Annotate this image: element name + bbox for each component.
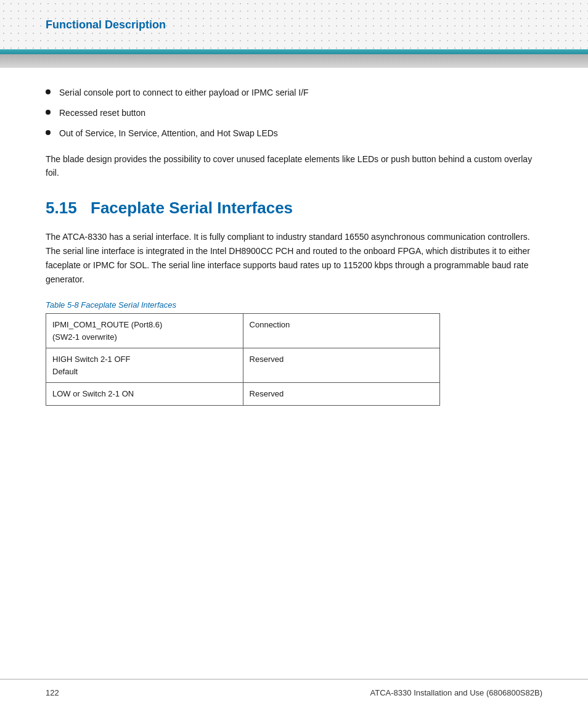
section-number: 5.15 (46, 199, 80, 218)
teal-bar (0, 49, 588, 54)
list-item: Serial console port to connect to either… (46, 86, 542, 99)
bullet-list: Serial console port to connect to either… (46, 86, 542, 140)
section-title: Faceplate Serial Interfaces (91, 199, 293, 218)
bullet-text: Out of Service, In Service, Attention, a… (59, 127, 278, 140)
intro-paragraph: The blade design provides the possibilit… (46, 152, 542, 180)
table-row: LOW or Switch 2-1 ON Reserved (46, 383, 440, 406)
table-row: IPMI_COM1_ROUTE (Port8.6) (SW2-1 overwri… (46, 314, 440, 348)
cell-text: IPMI_COM1_ROUTE (Port8.6) (52, 320, 162, 329)
table-row: HIGH Switch 2-1 OFF Default Reserved (46, 348, 440, 383)
list-item: Out of Service, In Service, Attention, a… (46, 127, 542, 140)
bullet-text: Serial console port to connect to either… (59, 86, 309, 99)
table-cell: Connection (243, 314, 439, 348)
cell-text: (SW2-1 overwrite) (52, 332, 117, 342)
table-caption: Table 5-8 Faceplate Serial Interfaces (46, 300, 542, 310)
cell-text: Default (52, 367, 78, 376)
section-body: The ATCA-8330 has a serial interface. It… (46, 230, 542, 287)
bullet-icon (46, 110, 51, 115)
bullet-icon (46, 89, 51, 94)
bullet-icon (46, 130, 51, 135)
table-cell: Reserved (243, 383, 439, 406)
document-title: ATCA-8330 Installation and Use (6806800S… (370, 688, 542, 697)
page-number: 122 (46, 688, 59, 697)
table-cell: LOW or Switch 2-1 ON (46, 383, 243, 406)
faceplate-table: IPMI_COM1_ROUTE (Port8.6) (SW2-1 overwri… (46, 313, 440, 406)
section-heading: 5.15 Faceplate Serial Interfaces (46, 199, 542, 218)
footer: 122 ATCA-8330 Installation and Use (6806… (0, 679, 588, 706)
gray-band (0, 54, 588, 68)
bullet-text: Recessed reset button (59, 107, 145, 120)
table-cell: HIGH Switch 2-1 OFF Default (46, 348, 243, 383)
page-title: Functional Description (46, 18, 166, 31)
list-item: Recessed reset button (46, 107, 542, 120)
header-pattern: Functional Description (0, 0, 588, 49)
table-cell: IPMI_COM1_ROUTE (Port8.6) (SW2-1 overwri… (46, 314, 243, 348)
cell-text: HIGH Switch 2-1 OFF (52, 355, 130, 364)
table-cell: Reserved (243, 348, 439, 383)
main-content: Serial console port to connect to either… (0, 68, 588, 474)
